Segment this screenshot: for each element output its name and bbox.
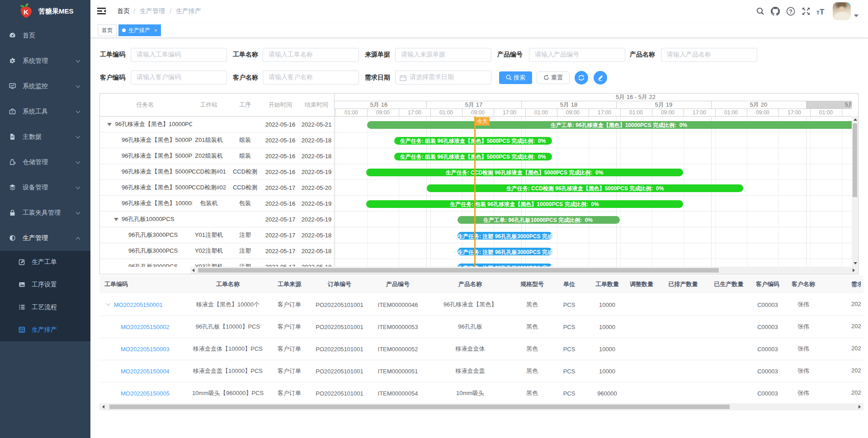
svg-text:K: K: [24, 8, 28, 16]
svg-text:T: T: [820, 8, 825, 16]
svg-text:?: ?: [789, 9, 792, 15]
svg-text:T: T: [816, 10, 820, 15]
